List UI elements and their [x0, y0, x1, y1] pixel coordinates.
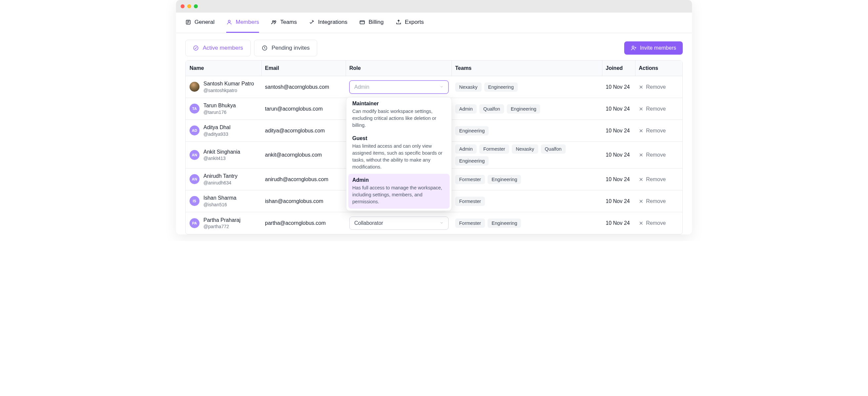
member-name: Tarun Bhukya: [204, 102, 236, 109]
nav-item-integrations[interactable]: Integrations: [309, 12, 347, 33]
member-email: santosh@acornglobus.com: [262, 81, 346, 93]
column-header-email: Email: [262, 61, 346, 76]
svg-point-3: [275, 21, 276, 23]
member-teams: FormesterEngineering: [452, 172, 602, 187]
member-email: partha@acornglobus.com: [262, 218, 346, 229]
remove-label: Remove: [646, 128, 666, 134]
member-email: ankit@acornglobus.com: [262, 149, 346, 161]
role-select[interactable]: Admin: [349, 81, 448, 94]
team-tag: Qualfon: [479, 104, 504, 114]
nav-item-label: Teams: [280, 19, 297, 26]
close-icon: [639, 153, 643, 157]
members-icon: [226, 19, 232, 25]
team-tag: Engineering: [488, 219, 521, 228]
member-teams: NexaskyEngineering: [452, 80, 602, 94]
remove-label: Remove: [646, 176, 666, 182]
close-icon: [639, 177, 643, 182]
role-option-maintainer[interactable]: MaintainerCan modify basic workspace set…: [348, 99, 450, 132]
column-header-name: Name: [186, 61, 262, 76]
members-subtabs: Active membersPending invites: [185, 40, 317, 56]
remove-button[interactable]: Remove: [639, 152, 666, 158]
svg-point-2: [273, 21, 274, 23]
role-option-desc: Can modify basic workspace settings, exc…: [352, 108, 445, 129]
remove-button[interactable]: Remove: [639, 106, 666, 112]
role-option-title: Guest: [352, 135, 445, 141]
window-minimize-dot[interactable]: [187, 4, 191, 8]
remove-label: Remove: [646, 152, 666, 158]
avatar: AD: [190, 125, 199, 135]
chevron-down-icon: [440, 84, 443, 90]
nav-item-teams[interactable]: Teams: [271, 12, 297, 33]
remove-button[interactable]: Remove: [639, 220, 666, 226]
member-joined: 10 Nov 24: [602, 218, 636, 229]
chevron-down-icon: [440, 220, 443, 226]
member-joined: 10 Nov 24: [602, 125, 636, 136]
check-circle-icon: [193, 45, 199, 51]
role-option-desc: Has limited access and can only view ass…: [352, 143, 445, 171]
role-option-title: Admin: [352, 177, 445, 183]
nav-item-billing[interactable]: Billing: [359, 12, 383, 33]
nav-item-label: Integrations: [318, 19, 347, 26]
column-header-role: Role: [346, 61, 452, 76]
remove-button[interactable]: Remove: [639, 128, 666, 134]
exports-icon: [396, 19, 402, 25]
member-teams: Engineering: [452, 123, 602, 138]
window-titlebar: [176, 0, 692, 12]
column-header-actions: Actions: [636, 61, 682, 76]
svg-rect-4: [360, 21, 365, 24]
team-tag: Engineering: [488, 175, 521, 184]
subtab-active-members[interactable]: Active members: [185, 40, 251, 56]
team-tag: Formester: [455, 175, 485, 184]
nav-item-label: Exports: [405, 19, 424, 26]
member-teams: AdminFormesterNexaskyQualfonEngineering: [452, 142, 602, 168]
nav-item-members[interactable]: Members: [226, 12, 259, 33]
remove-button[interactable]: Remove: [639, 84, 666, 90]
member-joined: 10 Nov 24: [602, 174, 636, 185]
nav-item-label: Members: [236, 19, 259, 26]
member-name: Aditya Dhal: [204, 124, 230, 131]
window-close-dot[interactable]: [181, 4, 185, 8]
remove-label: Remove: [646, 220, 666, 226]
team-tag: Formester: [455, 197, 485, 206]
member-name: Santosh Kumar Patro: [204, 81, 254, 87]
member-handle: @aditya933: [204, 131, 230, 137]
role-select-value: Admin: [354, 84, 369, 90]
team-tag: Nexasky: [455, 82, 482, 92]
nav-item-general[interactable]: General: [185, 12, 214, 33]
remove-button[interactable]: Remove: [639, 176, 666, 182]
member-joined: 10 Nov 24: [602, 196, 636, 207]
window-maximize-dot[interactable]: [194, 4, 198, 8]
member-name: Ishan Sharma: [204, 195, 237, 202]
nav-item-exports[interactable]: Exports: [396, 12, 424, 33]
member-handle: @santoshkpatro: [204, 87, 254, 93]
role-select[interactable]: Collaborator: [349, 217, 448, 230]
invite-members-button[interactable]: Invite members: [624, 41, 683, 55]
member-handle: @ishan516: [204, 202, 237, 207]
avatar: AN: [190, 150, 199, 160]
role-option-guest[interactable]: GuestHas limited access and can only vie…: [348, 132, 450, 174]
remove-label: Remove: [646, 106, 666, 112]
clock-icon: [262, 45, 268, 51]
role-option-desc: Has full access to manage the workspace,…: [352, 185, 445, 205]
team-tag: Nexasky: [512, 144, 538, 153]
remove-label: Remove: [646, 198, 666, 204]
team-tag: Qualfon: [541, 144, 566, 153]
remove-button[interactable]: Remove: [639, 198, 666, 204]
team-tag: Engineering: [455, 126, 489, 135]
team-tag: Engineering: [484, 82, 518, 92]
role-option-admin[interactable]: AdminHas full access to manage the works…: [348, 174, 450, 208]
column-header-teams: Teams: [452, 61, 602, 76]
general-icon: [185, 19, 191, 25]
member-name: Ankit Singhania: [204, 149, 240, 155]
remove-label: Remove: [646, 84, 666, 90]
member-email: anirudh@acornglobus.com: [262, 174, 346, 185]
team-tag: Admin: [455, 104, 477, 114]
subtab-pending-invites[interactable]: Pending invites: [254, 40, 317, 56]
team-tag: Admin: [455, 144, 477, 153]
close-icon: [639, 107, 643, 111]
subtab-label: Pending invites: [272, 45, 310, 51]
team-tag: Engineering: [507, 104, 540, 114]
avatar: TA: [190, 104, 199, 114]
close-icon: [639, 129, 643, 133]
close-icon: [639, 199, 643, 204]
